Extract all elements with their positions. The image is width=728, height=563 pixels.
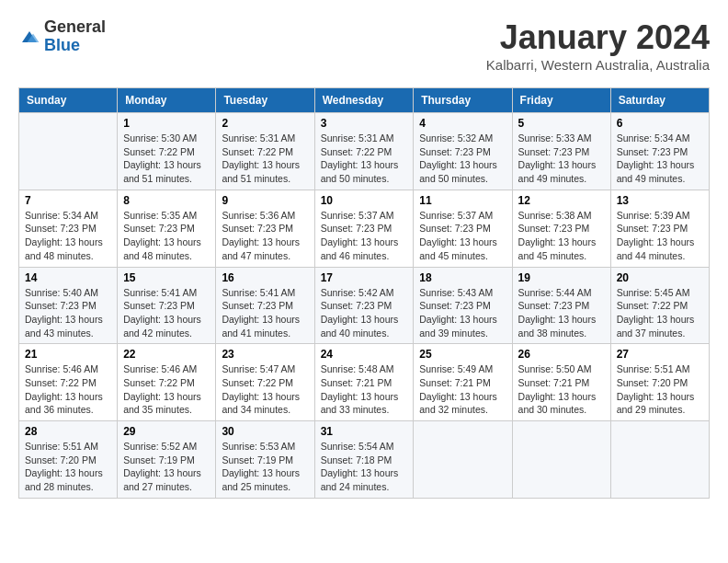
logo: General Blue (18, 18, 106, 55)
day-info: Sunrise: 5:36 AMSunset: 7:23 PMDaylight:… (222, 209, 308, 263)
calendar-day-cell: 16Sunrise: 5:41 AMSunset: 7:23 PMDayligh… (216, 267, 314, 344)
day-info: Sunrise: 5:31 AMSunset: 7:22 PMDaylight:… (222, 132, 308, 186)
calendar-week-row: 28Sunrise: 5:51 AMSunset: 7:20 PMDayligh… (19, 421, 710, 499)
weekday-header: Sunday (19, 88, 118, 113)
logo-blue-text: Blue (44, 36, 80, 54)
weekday-header: Wednesday (314, 88, 414, 113)
calendar-day-cell: 4Sunrise: 5:32 AMSunset: 7:23 PMDaylight… (414, 113, 512, 190)
calendar-day-cell: 7Sunrise: 5:34 AMSunset: 7:23 PMDaylight… (19, 190, 118, 267)
calendar-day-cell: 2Sunrise: 5:31 AMSunset: 7:22 PMDaylight… (216, 113, 314, 190)
day-info: Sunrise: 5:41 AMSunset: 7:23 PMDaylight:… (123, 286, 210, 340)
day-number: 12 (518, 194, 605, 207)
month-title: January 2024 (486, 18, 710, 57)
day-info: Sunrise: 5:31 AMSunset: 7:22 PMDaylight:… (321, 132, 408, 186)
day-info: Sunrise: 5:47 AMSunset: 7:22 PMDaylight:… (222, 362, 308, 417)
day-number: 8 (123, 194, 210, 207)
title-block: January 2024 Kalbarri, Western Australia… (486, 18, 710, 73)
day-info: Sunrise: 5:40 AMSunset: 7:23 PMDaylight:… (25, 286, 111, 340)
day-number: 1 (123, 117, 210, 130)
day-info: Sunrise: 5:50 AMSunset: 7:21 PMDaylight:… (518, 362, 605, 417)
day-number: 9 (222, 194, 308, 207)
day-info: Sunrise: 5:33 AMSunset: 7:23 PMDaylight:… (518, 132, 605, 186)
day-number: 26 (518, 348, 605, 361)
day-number: 3 (321, 117, 408, 130)
day-info: Sunrise: 5:52 AMSunset: 7:19 PMDaylight:… (123, 440, 210, 494)
day-info: Sunrise: 5:51 AMSunset: 7:20 PMDaylight:… (25, 440, 111, 494)
day-number: 18 (419, 271, 506, 284)
day-info: Sunrise: 5:51 AMSunset: 7:20 PMDaylight:… (617, 362, 703, 417)
day-number: 31 (321, 425, 408, 438)
calendar-day-cell: 15Sunrise: 5:41 AMSunset: 7:23 PMDayligh… (118, 267, 216, 344)
day-number: 15 (123, 271, 210, 284)
calendar-week-row: 7Sunrise: 5:34 AMSunset: 7:23 PMDaylight… (19, 190, 710, 267)
day-number: 19 (518, 271, 605, 284)
calendar-day-cell: 10Sunrise: 5:37 AMSunset: 7:23 PMDayligh… (314, 190, 414, 267)
calendar-day-cell: 17Sunrise: 5:42 AMSunset: 7:23 PMDayligh… (314, 267, 414, 344)
day-info: Sunrise: 5:34 AMSunset: 7:23 PMDaylight:… (25, 209, 111, 263)
calendar-day-cell: 5Sunrise: 5:33 AMSunset: 7:23 PMDaylight… (512, 113, 610, 190)
calendar-day-cell: 25Sunrise: 5:49 AMSunset: 7:21 PMDayligh… (414, 344, 512, 421)
calendar-day-cell: 11Sunrise: 5:37 AMSunset: 7:23 PMDayligh… (414, 190, 512, 267)
day-info: Sunrise: 5:41 AMSunset: 7:23 PMDaylight:… (222, 286, 308, 340)
day-info: Sunrise: 5:35 AMSunset: 7:23 PMDaylight:… (123, 209, 210, 263)
calendar-day-cell: 20Sunrise: 5:45 AMSunset: 7:22 PMDayligh… (610, 267, 709, 344)
day-info: Sunrise: 5:49 AMSunset: 7:21 PMDaylight:… (419, 362, 506, 417)
calendar-day-cell: 1Sunrise: 5:30 AMSunset: 7:22 PMDaylight… (118, 113, 216, 190)
weekday-header-row: SundayMondayTuesdayWednesdayThursdayFrid… (19, 88, 710, 113)
calendar-day-cell: 28Sunrise: 5:51 AMSunset: 7:20 PMDayligh… (19, 421, 118, 499)
day-info: Sunrise: 5:37 AMSunset: 7:23 PMDaylight:… (321, 209, 408, 263)
calendar-week-row: 1Sunrise: 5:30 AMSunset: 7:22 PMDaylight… (19, 113, 710, 190)
day-info: Sunrise: 5:48 AMSunset: 7:21 PMDaylight:… (321, 362, 408, 417)
calendar-day-cell: 31Sunrise: 5:54 AMSunset: 7:18 PMDayligh… (314, 421, 414, 499)
day-number: 16 (222, 271, 308, 284)
day-info: Sunrise: 5:34 AMSunset: 7:23 PMDaylight:… (617, 132, 703, 186)
day-info: Sunrise: 5:30 AMSunset: 7:22 PMDaylight:… (123, 132, 210, 186)
weekday-header: Monday (118, 88, 216, 113)
day-number: 11 (419, 194, 506, 207)
calendar-day-cell: 19Sunrise: 5:44 AMSunset: 7:23 PMDayligh… (512, 267, 610, 344)
day-info: Sunrise: 5:39 AMSunset: 7:23 PMDaylight:… (617, 209, 703, 263)
day-number: 13 (617, 194, 703, 207)
day-number: 20 (617, 271, 703, 284)
calendar-day-cell: 9Sunrise: 5:36 AMSunset: 7:23 PMDaylight… (216, 190, 314, 267)
weekday-header: Tuesday (216, 88, 314, 113)
day-number: 4 (419, 117, 506, 130)
calendar-table: SundayMondayTuesdayWednesdayThursdayFrid… (18, 87, 710, 499)
calendar-day-cell (19, 113, 118, 190)
page-header: General Blue January 2024 Kalbarri, West… (18, 18, 710, 73)
day-number: 24 (321, 348, 408, 361)
location-text: Kalbarri, Western Australia, Australia (486, 57, 710, 73)
calendar-day-cell: 27Sunrise: 5:51 AMSunset: 7:20 PMDayligh… (610, 344, 709, 421)
day-info: Sunrise: 5:38 AMSunset: 7:23 PMDaylight:… (518, 209, 605, 263)
day-number: 25 (419, 348, 506, 361)
day-info: Sunrise: 5:42 AMSunset: 7:23 PMDaylight:… (321, 286, 408, 340)
calendar-day-cell: 24Sunrise: 5:48 AMSunset: 7:21 PMDayligh… (314, 344, 414, 421)
calendar-day-cell: 6Sunrise: 5:34 AMSunset: 7:23 PMDaylight… (610, 113, 709, 190)
day-number: 17 (321, 271, 408, 284)
calendar-week-row: 14Sunrise: 5:40 AMSunset: 7:23 PMDayligh… (19, 267, 710, 344)
day-number: 27 (617, 348, 703, 361)
day-info: Sunrise: 5:45 AMSunset: 7:22 PMDaylight:… (617, 286, 703, 340)
day-number: 10 (321, 194, 408, 207)
day-number: 2 (222, 117, 308, 130)
calendar-day-cell: 18Sunrise: 5:43 AMSunset: 7:23 PMDayligh… (414, 267, 512, 344)
day-info: Sunrise: 5:32 AMSunset: 7:23 PMDaylight:… (419, 132, 506, 186)
weekday-header: Saturday (610, 88, 709, 113)
day-info: Sunrise: 5:46 AMSunset: 7:22 PMDaylight:… (25, 362, 111, 417)
calendar-day-cell: 21Sunrise: 5:46 AMSunset: 7:22 PMDayligh… (19, 344, 118, 421)
calendar-day-cell: 23Sunrise: 5:47 AMSunset: 7:22 PMDayligh… (216, 344, 314, 421)
day-number: 22 (123, 348, 210, 361)
day-info: Sunrise: 5:54 AMSunset: 7:18 PMDaylight:… (321, 440, 408, 494)
calendar-day-cell: 8Sunrise: 5:35 AMSunset: 7:23 PMDaylight… (118, 190, 216, 267)
calendar-day-cell: 14Sunrise: 5:40 AMSunset: 7:23 PMDayligh… (19, 267, 118, 344)
logo-general-text: General (44, 17, 106, 36)
day-number: 6 (617, 117, 703, 130)
day-number: 28 (25, 425, 111, 438)
calendar-day-cell: 12Sunrise: 5:38 AMSunset: 7:23 PMDayligh… (512, 190, 610, 267)
day-number: 14 (25, 271, 111, 284)
day-info: Sunrise: 5:46 AMSunset: 7:22 PMDaylight:… (123, 362, 210, 417)
calendar-day-cell: 29Sunrise: 5:52 AMSunset: 7:19 PMDayligh… (118, 421, 216, 499)
calendar-week-row: 21Sunrise: 5:46 AMSunset: 7:22 PMDayligh… (19, 344, 710, 421)
day-number: 29 (123, 425, 210, 438)
day-number: 5 (518, 117, 605, 130)
